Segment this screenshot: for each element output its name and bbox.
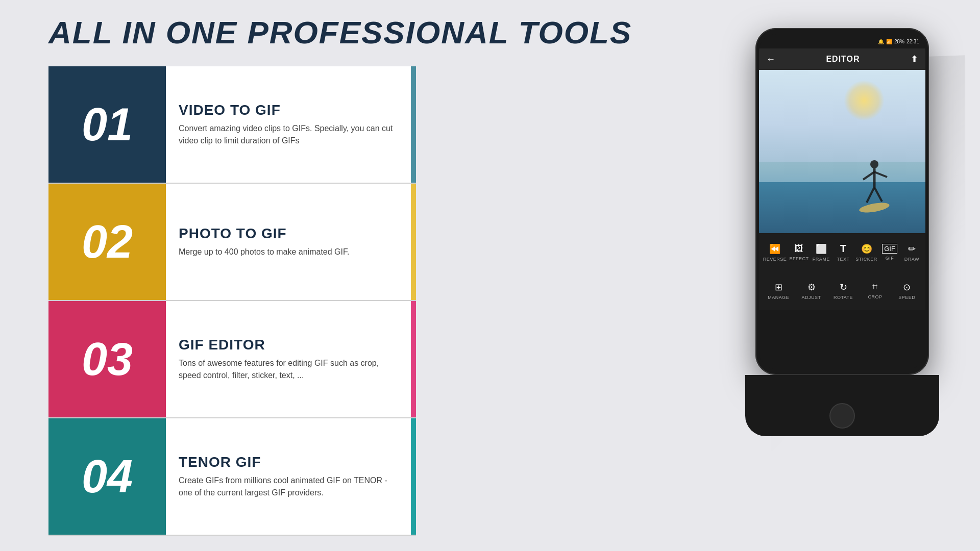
speed-icon: ⊙ [903,282,911,293]
tool-draw[interactable]: ✏ DRAW [902,243,921,262]
svg-line-3 [874,172,887,177]
sky-background [759,70,925,162]
svg-line-4 [867,187,874,203]
feature-number-box-3: 03 [48,301,166,417]
feature-number-3: 03 [82,336,133,382]
tool-crop[interactable]: ⌗ CROP [865,282,885,299]
tool-adjust[interactable]: ⚙ ADJUST [802,282,821,300]
tool-rotate[interactable]: ↻ ROTATE [834,282,853,300]
feature-row-3: 03 GIF EDITOR Tons of awesome features f… [48,301,416,418]
tool-reverse[interactable]: ⏪ REVERSE [763,243,787,262]
feature-title-2: PHOTO TO GIF [179,226,398,242]
effect-label: EFFECT [789,256,808,261]
status-icons: 🔔 📶 28% 22:31 [878,39,919,44]
home-button[interactable] [829,403,855,429]
svg-point-0 [870,160,878,168]
rotate-label: ROTATE [834,295,853,300]
phone-app-toolbar: ← EDITOR ⬆ [759,48,925,70]
frame-label: FRAME [813,257,830,262]
feature-desc-3: Tons of awesome features for editing GIF… [179,357,398,382]
feature-title-1: VIDEO TO GIF [179,102,398,118]
sticker-label: STICKER [855,257,877,262]
sticker-icon: 😊 [861,243,872,255]
reverse-label: REVERSE [763,257,787,262]
feature-desc-1: Convert amazing video clips to GIFs. Spe… [179,122,398,147]
rotate-icon: ↻ [840,282,847,293]
feature-number-box-4: 04 [48,418,166,535]
wifi-icon: 📶 [886,39,892,44]
tool-sticker[interactable]: 😊 STICKER [855,243,877,262]
feature-number-box-1: 01 [48,66,166,183]
adjust-label: ADJUST [802,295,821,300]
feature-number-4: 04 [82,454,133,499]
tool-text[interactable]: T TEXT [834,243,853,262]
phone-screen: 🔔 📶 28% 22:31 ← EDITOR ⬆ [759,34,925,369]
time-display: 22:31 [906,39,919,44]
battery-text: 28% [894,39,904,44]
phone-bottom [745,375,939,436]
effect-icon: 🖼 [794,243,803,254]
water-background [759,182,925,233]
draw-icon: ✏ [908,243,916,255]
tool-manage[interactable]: ⊞ MANAGE [768,282,789,300]
svg-line-2 [863,172,874,180]
alarm-icon: 🔔 [878,39,884,44]
page-title: ALL IN ONE PROFESSIONAL TOOLS [48,14,632,51]
feature-content-2: PHOTO TO GIF Merge up to 400 photos to m… [166,184,416,300]
feature-row-2: 02 PHOTO TO GIF Merge up to 400 photos t… [48,184,416,301]
feature-content-3: GIF EDITOR Tons of awesome features for … [166,301,416,417]
phone-mockup: 🔔 📶 28% 22:31 ← EDITOR ⬆ [755,28,949,518]
editor-title: EDITOR [826,55,860,64]
back-button[interactable]: ← [766,54,775,65]
upload-button[interactable]: ⬆ [911,54,918,65]
feature-desc-4: Create GIFs from millions cool animated … [179,474,398,499]
feature-number-box-2: 02 [48,184,166,300]
tool-frame[interactable]: ⬜ FRAME [812,243,831,262]
frame-icon: ⬜ [816,243,827,255]
gif-icon: GIF [882,244,897,254]
tool-effect[interactable]: 🖼 EFFECT [789,243,808,261]
feature-content-4: TENOR GIF Create GIFs from millions cool… [166,418,416,535]
feature-number-1: 01 [82,102,133,147]
bottom-toolbar-row2: ⊞ MANAGE ⚙ ADJUST ↻ ROTATE ⌗ CROP ⊙ SP [759,271,925,310]
feature-content-1: VIDEO TO GIF Convert amazing video clips… [166,66,416,183]
feature-title-3: GIF EDITOR [179,337,398,353]
surfer-image [854,157,895,223]
speed-label: SPEED [898,295,915,300]
manage-icon: ⊞ [775,282,782,293]
crop-label: CROP [868,294,882,299]
adjust-icon: ⚙ [807,282,816,293]
feature-row-1: 01 VIDEO TO GIF Convert amazing video cl… [48,66,416,184]
draw-label: DRAW [904,257,919,262]
gif-label: GIF [886,256,894,261]
svg-point-6 [859,201,890,214]
feature-title-4: TENOR GIF [179,454,398,470]
bottom-toolbar-row1: ⏪ REVERSE 🖼 EFFECT ⬜ FRAME T TEXT 😊 [759,233,925,271]
feature-row-4: 04 TENOR GIF Create GIFs from millions c… [48,418,416,536]
phone-status-bar: 🔔 📶 28% 22:31 [759,34,925,48]
text-icon: T [840,243,846,255]
reverse-icon: ⏪ [769,243,780,255]
sun-glow [844,80,885,121]
text-label: TEXT [837,257,849,262]
phone-image-area [759,70,925,233]
manage-label: MANAGE [768,295,789,300]
crop-icon: ⌗ [872,282,877,292]
svg-line-5 [874,187,882,202]
phone-body: 🔔 📶 28% 22:31 ← EDITOR ⬆ [755,28,929,375]
features-table: 01 VIDEO TO GIF Convert amazing video cl… [48,66,416,536]
tool-speed[interactable]: ⊙ SPEED [897,282,917,300]
feature-desc-2: Merge up to 400 photos to make animated … [179,246,398,258]
tool-gif[interactable]: GIF GIF [880,244,899,261]
feature-number-2: 02 [82,219,133,265]
